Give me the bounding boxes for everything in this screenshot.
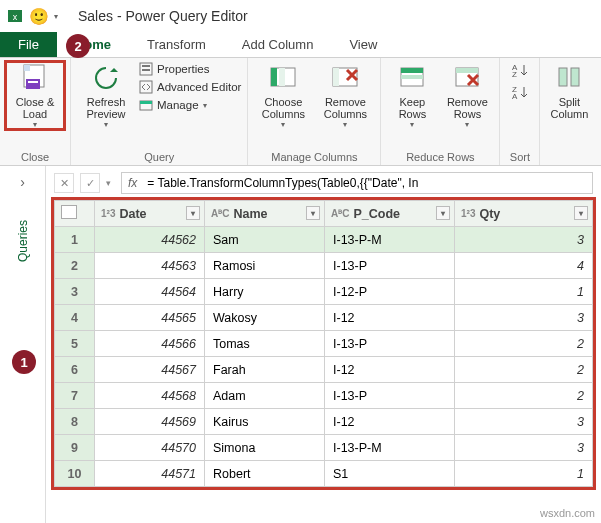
cell-date[interactable]: 44568 [95,383,205,409]
cell-name[interactable]: Tomas [205,331,325,357]
cell-pcode[interactable]: I-12 [325,305,455,331]
remove-rows-button[interactable]: Remove Rows ▾ [441,62,493,129]
cell-qty[interactable]: 1 [455,461,593,487]
table-corner[interactable] [55,201,95,227]
keep-rows-button[interactable]: Keep Rows ▾ [387,62,437,129]
cell-pcode[interactable]: I-12 [325,357,455,383]
refresh-preview-button[interactable]: Refresh Preview ▾ [77,62,135,129]
properties-button[interactable]: Properties [139,62,241,76]
cell-pcode[interactable]: I-12 [325,409,455,435]
cell-qty[interactable]: 2 [455,331,593,357]
qat-dropdown-icon[interactable]: ▾ [54,12,58,21]
filter-dropdown-icon[interactable]: ▾ [306,206,320,220]
table-row[interactable]: 744568AdamI-13-P2 [55,383,593,409]
cell-name[interactable]: Simona [205,435,325,461]
cell-pcode[interactable]: I-12-P [325,279,455,305]
smiley-icon[interactable]: 🙂 [30,7,48,25]
cell-pcode[interactable]: I-13-P-M [325,435,455,461]
cell-qty[interactable]: 2 [455,357,593,383]
cell-date[interactable]: 44563 [95,253,205,279]
expand-pane-icon[interactable]: › [20,174,25,190]
cell-date[interactable]: 44565 [95,305,205,331]
row-number[interactable]: 1 [55,227,95,253]
cell-name[interactable]: Farah [205,357,325,383]
row-number[interactable]: 9 [55,435,95,461]
row-number[interactable]: 6 [55,357,95,383]
cell-qty[interactable]: 4 [455,253,593,279]
tab-transform[interactable]: Transform [129,32,224,57]
filter-dropdown-icon[interactable]: ▾ [574,206,588,220]
cell-pcode[interactable]: I-13-P [325,253,455,279]
col-header-pcode[interactable]: AᴮCP_Code ▾ [325,201,455,227]
cell-date[interactable]: 44562 [95,227,205,253]
cell-date[interactable]: 44570 [95,435,205,461]
svg-rect-4 [28,81,38,83]
col-header-date[interactable]: 1²3Date ▾ [95,201,205,227]
queries-label[interactable]: Queries [16,220,30,262]
cell-date[interactable]: 44569 [95,409,205,435]
advanced-editor-button[interactable]: Advanced Editor [139,80,241,94]
filter-dropdown-icon[interactable]: ▾ [186,206,200,220]
dropdown-icon: ▾ [203,101,207,110]
formula-input[interactable]: fx = Table.TransformColumnTypes(Table0,{… [121,172,593,194]
cell-qty[interactable]: 3 [455,435,593,461]
table-row[interactable]: 544566TomasI-13-P2 [55,331,593,357]
cell-name[interactable]: Kairus [205,409,325,435]
row-number[interactable]: 2 [55,253,95,279]
group-sort: AZ ZA Sort [500,58,540,165]
row-number[interactable]: 3 [55,279,95,305]
cell-pcode[interactable]: S1 [325,461,455,487]
table-row[interactable]: 144562SamI-13-P-M3 [55,227,593,253]
split-column-button[interactable]: Split Column [546,62,592,120]
svg-rect-18 [401,75,423,79]
choose-columns-button[interactable]: Choose Columns ▾ [254,62,312,129]
row-number[interactable]: 10 [55,461,95,487]
cell-pcode[interactable]: I-13-P [325,331,455,357]
table-row[interactable]: 344564HarryI-12-P1 [55,279,593,305]
cell-qty[interactable]: 3 [455,305,593,331]
cell-qty[interactable]: 2 [455,383,593,409]
row-number[interactable]: 4 [55,305,95,331]
col-header-qty[interactable]: 1²3Qty ▾ [455,201,593,227]
row-number[interactable]: 7 [55,383,95,409]
sort-asc-button[interactable]: AZ [510,62,530,78]
filter-dropdown-icon[interactable]: ▾ [436,206,450,220]
cell-name[interactable]: Ramosi [205,253,325,279]
sort-desc-button[interactable]: ZA [510,84,530,100]
dropdown-icon: ▾ [343,120,347,129]
cell-name[interactable]: Harry [205,279,325,305]
cell-qty[interactable]: 3 [455,409,593,435]
cell-qty[interactable]: 1 [455,279,593,305]
cell-name[interactable]: Robert [205,461,325,487]
manage-button[interactable]: Manage ▾ [139,98,241,112]
cell-name[interactable]: Sam [205,227,325,253]
tab-view[interactable]: View [331,32,395,57]
formula-dropdown-icon[interactable]: ▾ [106,178,111,188]
table-row[interactable]: 644567FarahI-122 [55,357,593,383]
remove-columns-button[interactable]: Remove Columns ▾ [316,62,374,129]
table-row[interactable]: 244563RamosiI-13-P4 [55,253,593,279]
col-header-name[interactable]: AᴮCName ▾ [205,201,325,227]
table-row[interactable]: 1044571RobertS11 [55,461,593,487]
close-and-load-button[interactable]: Close & Load ▾ [6,62,64,129]
tab-file[interactable]: File [0,32,57,57]
table-row[interactable]: 844569KairusI-123 [55,409,593,435]
cancel-formula-icon[interactable]: ✕ [54,173,74,193]
table-row[interactable]: 444565WakosyI-123 [55,305,593,331]
choose-columns-label: Choose Columns [262,96,305,120]
cell-qty[interactable]: 3 [455,227,593,253]
tab-add-column[interactable]: Add Column [224,32,332,57]
cell-pcode[interactable]: I-13-P [325,383,455,409]
cell-pcode[interactable]: I-13-P-M [325,227,455,253]
cell-date[interactable]: 44571 [95,461,205,487]
cell-date[interactable]: 44564 [95,279,205,305]
queries-pane: › Queries [0,166,46,523]
row-number[interactable]: 8 [55,409,95,435]
accept-formula-icon[interactable]: ✓ [80,173,100,193]
cell-name[interactable]: Wakosy [205,305,325,331]
cell-date[interactable]: 44567 [95,357,205,383]
cell-date[interactable]: 44566 [95,331,205,357]
row-number[interactable]: 5 [55,331,95,357]
cell-name[interactable]: Adam [205,383,325,409]
table-row[interactable]: 944570SimonaI-13-P-M3 [55,435,593,461]
